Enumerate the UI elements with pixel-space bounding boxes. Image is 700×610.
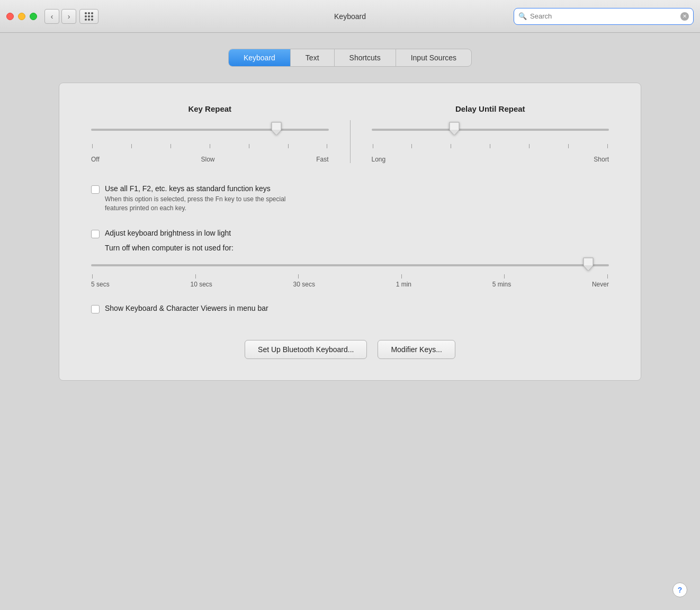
slider-divider (350, 120, 351, 163)
keyboard-panel: Key Repeat (59, 83, 641, 381)
character-viewer-checkbox[interactable] (91, 305, 100, 313)
delay-repeat-section: Delay Until Repeat (372, 104, 609, 163)
brightness-checkbox[interactable] (91, 230, 100, 238)
maximize-button[interactable] (30, 13, 37, 20)
search-input[interactable] (530, 12, 677, 20)
character-viewer-label: Show Keyboard & Character Viewers in men… (105, 304, 268, 312)
brightness-label-never: Never (592, 281, 609, 288)
brightness-row: Adjust keyboard brightness in low light (91, 229, 609, 238)
grid-button[interactable] (79, 9, 98, 24)
brightness-section: Adjust keyboard brightness in low light … (91, 229, 609, 288)
key-repeat-label-off: Off (91, 156, 100, 163)
tab-keyboard[interactable]: Keyboard (229, 49, 291, 66)
main-content: Keyboard Text Shortcuts Input Sources Ke… (0, 33, 700, 610)
window-title: Keyboard (334, 12, 366, 21)
traffic-lights (6, 13, 37, 20)
delay-repeat-label-short: Short (594, 156, 609, 163)
brightness-label-5secs: 5 secs (91, 281, 110, 288)
brightness-label-5mins: 5 mins (492, 281, 511, 288)
sliders-section: Key Repeat (91, 104, 609, 163)
brightness-slider[interactable] (91, 257, 609, 273)
key-repeat-label-fast: Fast (316, 156, 328, 163)
bluetooth-keyboard-button[interactable]: Set Up Bluetooth Keyboard... (245, 340, 367, 359)
brightness-thumb[interactable] (582, 257, 594, 272)
delay-repeat-slider[interactable] (372, 122, 609, 138)
brightness-label-30secs: 30 secs (293, 281, 315, 288)
svg-marker-5 (584, 265, 593, 271)
help-button[interactable]: ? (672, 582, 687, 597)
delay-repeat-labels: Long Short (372, 156, 609, 163)
modifier-keys-button[interactable]: Modifier Keys... (378, 340, 455, 359)
fkeys-checkbox[interactable] (91, 185, 100, 194)
brightness-label: Adjust keyboard brightness in low light (105, 229, 231, 237)
key-repeat-title: Key Repeat (188, 104, 231, 113)
back-button[interactable]: ‹ (44, 9, 59, 24)
titlebar: ‹ › Keyboard 🔍 ✕ (0, 0, 700, 33)
fkeys-label: Use all F1, F2, etc. keys as standard fu… (105, 184, 286, 193)
key-repeat-thumb[interactable] (271, 121, 282, 136)
minimize-button[interactable] (18, 13, 25, 20)
brightness-label-1min: 1 min (396, 281, 411, 288)
delay-repeat-label-long: Long (372, 156, 386, 163)
key-repeat-labels: Off Slow Fast (91, 156, 329, 163)
tab-text[interactable]: Text (291, 49, 335, 66)
svg-marker-3 (450, 130, 459, 135)
key-repeat-section: Key Repeat (91, 104, 329, 163)
nav-buttons: ‹ › (44, 9, 76, 24)
fkeys-label-group: Use all F1, F2, etc. keys as standard fu… (105, 184, 286, 213)
tab-input-sources[interactable]: Input Sources (396, 49, 471, 66)
tab-shortcuts[interactable]: Shortcuts (335, 49, 396, 66)
fkeys-desc: When this option is selected, press the … (105, 195, 286, 213)
key-repeat-label-slow: Slow (201, 156, 214, 163)
close-button[interactable] (6, 13, 14, 20)
delay-repeat-thumb[interactable] (448, 121, 460, 136)
svg-marker-1 (272, 130, 281, 135)
forward-button[interactable]: › (61, 9, 76, 24)
fkeys-row: Use all F1, F2, etc. keys as standard fu… (91, 184, 609, 213)
search-icon: 🔍 (518, 12, 527, 20)
turn-off-label: Turn off when computer is not used for: (105, 244, 609, 252)
character-viewer-row: Show Keyboard & Character Viewers in men… (91, 304, 609, 313)
delay-repeat-title: Delay Until Repeat (455, 104, 525, 113)
tab-bar: Keyboard Text Shortcuts Input Sources (228, 49, 472, 67)
brightness-label-10secs: 10 secs (190, 281, 212, 288)
key-repeat-slider[interactable] (91, 122, 329, 138)
bottom-buttons: Set Up Bluetooth Keyboard... Modifier Ke… (91, 340, 609, 359)
search-bar: 🔍 ✕ (514, 8, 694, 25)
search-clear-button[interactable]: ✕ (680, 12, 689, 21)
